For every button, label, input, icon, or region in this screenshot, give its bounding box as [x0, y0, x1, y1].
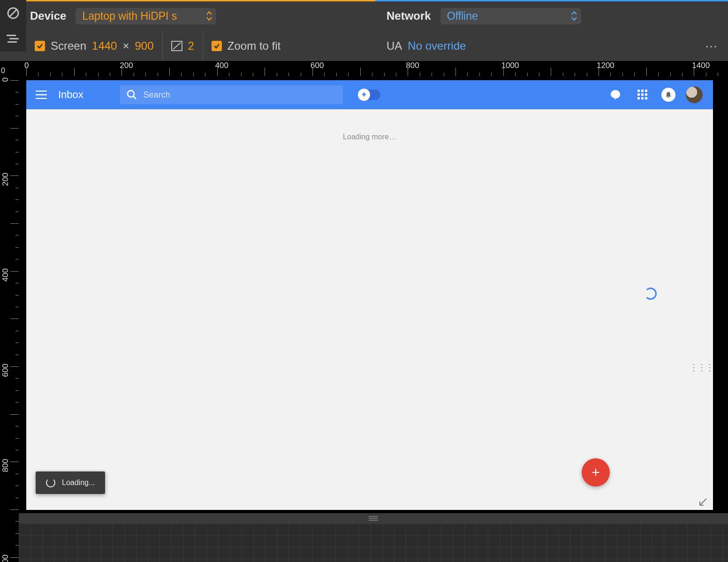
device-label: Device — [30, 9, 66, 23]
screen-checkbox[interactable] — [35, 41, 45, 51]
svg-line-1 — [9, 9, 17, 17]
waterfall-button[interactable] — [0, 26, 26, 52]
emulated-viewport: Inbox — [26, 80, 713, 510]
avatar[interactable] — [686, 86, 703, 103]
svg-rect-13 — [645, 93, 647, 96]
devtools-side-buttons — [0, 0, 26, 52]
app-title: Inbox — [58, 89, 83, 101]
device-select[interactable]: Laptop with HiDPI s — [76, 8, 216, 24]
screen-height[interactable]: 900 — [135, 39, 153, 53]
spinner-icon — [46, 478, 55, 487]
dpr-value[interactable]: 2 — [188, 39, 194, 53]
pin-toggle[interactable] — [360, 90, 380, 100]
network-label: Network — [387, 9, 431, 23]
compose-fab[interactable]: + — [582, 458, 610, 486]
search-input[interactable] — [144, 90, 336, 100]
plus-icon: + — [592, 464, 600, 480]
viewport-bottom-drag[interactable] — [19, 513, 728, 524]
ruler-origin: 0 — [0, 61, 19, 76]
pin-icon — [358, 89, 370, 101]
screen-label: Screen — [51, 39, 86, 53]
overflow-menu-icon[interactable]: … — [705, 36, 719, 51]
loading-more-text: Loading more… — [26, 109, 713, 141]
inbox-content: Loading more… Loading... + — [26, 109, 713, 510]
resize-handle-icon[interactable] — [699, 498, 707, 506]
svg-line-7 — [133, 96, 136, 99]
svg-rect-3 — [9, 38, 19, 39]
ruler-horizontal: 0200400600800100012001400 — [19, 61, 728, 76]
spinner-icon — [645, 288, 657, 300]
apps-grid-icon[interactable] — [634, 86, 651, 103]
svg-rect-14 — [637, 97, 640, 99]
viewport-drag-handle[interactable]: ⋮⋮⋮ — [689, 362, 713, 373]
svg-rect-11 — [637, 93, 640, 96]
svg-rect-15 — [641, 97, 644, 99]
svg-rect-8 — [637, 90, 640, 92]
search-box[interactable] — [120, 85, 343, 104]
toast-text: Loading... — [62, 478, 95, 487]
svg-rect-10 — [645, 90, 647, 92]
svg-rect-2 — [7, 35, 16, 36]
zoom-label: Zoom to fit — [228, 39, 281, 53]
svg-rect-4 — [8, 41, 17, 43]
notifications-icon[interactable] — [661, 88, 675, 102]
ua-label: UA — [387, 39, 402, 53]
stop-button[interactable] — [0, 0, 26, 26]
ruler-vertical: 02004006008001000 — [0, 76, 19, 562]
loading-toast: Loading... — [36, 471, 105, 494]
inbox-header: Inbox — [26, 80, 713, 109]
network-select[interactable]: Offline — [440, 8, 581, 24]
dpr-icon — [171, 41, 182, 51]
select-arrows-icon — [206, 11, 212, 21]
zoom-checkbox[interactable] — [212, 41, 222, 51]
select-arrows-icon — [571, 11, 577, 21]
ua-value[interactable]: No override — [408, 39, 466, 53]
svg-point-6 — [128, 91, 134, 97]
svg-rect-12 — [641, 93, 644, 96]
menu-button[interactable] — [33, 86, 50, 103]
svg-rect-9 — [641, 90, 644, 92]
devtools-toolbar: Device Laptop with HiDPI s Screen 1440 — [0, 0, 728, 61]
svg-rect-16 — [645, 97, 647, 99]
hangouts-icon[interactable] — [607, 86, 624, 103]
screen-width[interactable]: 1440 — [92, 39, 117, 53]
search-icon — [127, 90, 137, 100]
canvas-grid — [19, 524, 728, 562]
